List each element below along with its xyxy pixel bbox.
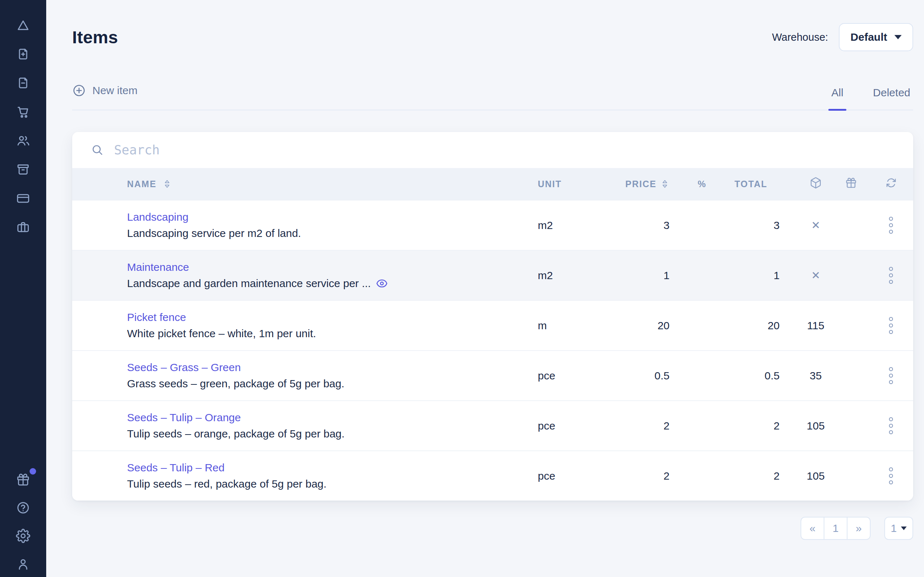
page-title: Items <box>72 27 118 47</box>
tab-deleted[interactable]: Deleted <box>870 87 913 110</box>
item-name-link[interactable]: Seeds – Tulip – Red <box>127 462 538 474</box>
price-cell: 20 <box>615 319 670 332</box>
stock-cell: ✕ <box>798 269 834 282</box>
search-icon <box>91 143 104 156</box>
row-menu-button[interactable] <box>887 365 895 386</box>
items-table-card: NAME UNIT PRICE % TOTAL <box>72 132 913 501</box>
column-header-total[interactable]: TOTAL <box>735 179 767 189</box>
table-row: Landscaping Landscaping service per m2 o… <box>72 200 913 250</box>
archive-icon[interactable] <box>16 162 30 177</box>
help-icon[interactable] <box>16 501 30 515</box>
table-row: Seeds – Grass – Green Grass seeds – gree… <box>72 350 913 400</box>
stock-cell: 105 <box>798 470 834 482</box>
table-row: Seeds – Tulip – Orange Tulip seeds – ora… <box>72 400 913 450</box>
plus-circle-icon <box>72 84 86 97</box>
price-cell: 2 <box>615 470 670 482</box>
stock-cell: 115 <box>798 319 834 332</box>
item-description: Landscaping service per m2 of land. <box>127 227 538 240</box>
sort-icon[interactable] <box>162 178 172 190</box>
table-row: Seeds – Tulip – Red Tulip seeds – red, p… <box>72 450 913 501</box>
next-page-button[interactable]: » <box>847 517 871 540</box>
warehouse-label: Warehouse: <box>772 31 828 43</box>
chevron-down-icon <box>901 527 907 530</box>
settings-icon[interactable] <box>16 529 30 543</box>
item-name-link[interactable]: Landscaping <box>127 211 538 224</box>
document-remove-icon[interactable] <box>16 76 30 90</box>
user-icon[interactable] <box>16 557 30 571</box>
total-cell: 0.5 <box>735 370 798 382</box>
item-description: Landscape and garden maintenance service… <box>127 277 371 290</box>
table-header-row: NAME UNIT PRICE % TOTAL <box>72 168 913 200</box>
sort-icon[interactable] <box>660 178 670 190</box>
stock-cell: 105 <box>798 420 834 432</box>
search-input[interactable] <box>114 143 439 157</box>
item-name-link[interactable]: Picket fence <box>127 311 538 324</box>
item-name-link[interactable]: Seeds – Tulip – Orange <box>127 411 538 424</box>
column-header-name[interactable]: NAME <box>127 179 157 189</box>
total-cell: 3 <box>735 219 798 232</box>
table-row: Picket fence White picket fence – white,… <box>72 300 913 350</box>
unit-cell: m <box>538 319 615 332</box>
column-header-percent[interactable]: % <box>698 179 706 189</box>
unit-cell: pce <box>538 470 615 482</box>
total-cell: 20 <box>735 319 798 332</box>
warehouse-select[interactable]: Default <box>839 23 913 51</box>
shopping-cart-icon[interactable] <box>16 105 30 119</box>
total-cell: 2 <box>735 470 798 482</box>
item-name-link[interactable]: Seeds – Grass – Green <box>127 361 538 374</box>
price-cell: 2 <box>615 420 670 432</box>
item-description: Grass seeds – green, package of 5g per b… <box>127 377 538 390</box>
row-menu-button[interactable] <box>887 415 895 436</box>
unit-cell: m2 <box>538 219 615 232</box>
page-size-value: 1 <box>891 522 897 534</box>
sidebar <box>0 0 46 577</box>
credit-card-icon[interactable] <box>16 191 30 206</box>
triangle-logo-icon[interactable] <box>16 18 30 32</box>
stock-cell: 35 <box>798 370 834 382</box>
new-item-button[interactable]: New item <box>72 84 137 110</box>
main-content: Items Warehouse: Default New item All De… <box>46 0 924 577</box>
item-description: Tulip seeds – orange, package of 5g per … <box>127 428 538 440</box>
gift-icon[interactable] <box>845 177 857 189</box>
refresh-icon[interactable] <box>885 177 897 189</box>
page-size-select[interactable]: 1 <box>884 517 913 540</box>
users-icon[interactable] <box>16 134 30 148</box>
table-row: Maintenance Landscape and garden mainten… <box>72 250 913 300</box>
tabs: All Deleted <box>828 87 913 110</box>
sidebar-footer <box>16 472 30 571</box>
gift-icon[interactable] <box>16 472 30 487</box>
stock-cell: ✕ <box>798 219 834 232</box>
unit-cell: m2 <box>538 269 615 282</box>
package-icon[interactable] <box>809 177 822 189</box>
new-item-label: New item <box>92 84 137 97</box>
unit-cell: pce <box>538 420 615 432</box>
item-description: Tulip seeds – red, package of 5g per bag… <box>127 478 538 490</box>
pagination: « 1 » 1 <box>72 517 913 540</box>
current-page[interactable]: 1 <box>824 517 848 540</box>
prev-page-button[interactable]: « <box>801 517 824 540</box>
unit-cell: pce <box>538 370 615 382</box>
column-header-unit[interactable]: UNIT <box>538 179 562 189</box>
document-add-icon[interactable] <box>16 47 30 61</box>
total-cell: 2 <box>735 420 798 432</box>
chevron-down-icon <box>894 35 901 39</box>
column-header-price[interactable]: PRICE <box>625 179 657 189</box>
item-name-link[interactable]: Maintenance <box>127 261 538 274</box>
row-menu-button[interactable] <box>887 315 895 336</box>
tab-all[interactable]: All <box>828 87 846 110</box>
row-menu-button[interactable] <box>887 214 895 236</box>
price-cell: 0.5 <box>615 370 670 382</box>
briefcase-icon[interactable] <box>16 220 30 234</box>
total-cell: 1 <box>735 269 798 282</box>
row-menu-button[interactable] <box>887 265 895 286</box>
item-description: White picket fence – white, 1m per unit. <box>127 327 538 340</box>
eye-icon[interactable] <box>376 279 388 288</box>
warehouse-selected-value: Default <box>850 31 887 43</box>
price-cell: 1 <box>615 269 670 282</box>
app-window: Items Warehouse: Default New item All De… <box>0 0 924 577</box>
row-menu-button[interactable] <box>887 465 895 487</box>
notification-dot <box>30 468 36 475</box>
price-cell: 3 <box>615 219 670 232</box>
